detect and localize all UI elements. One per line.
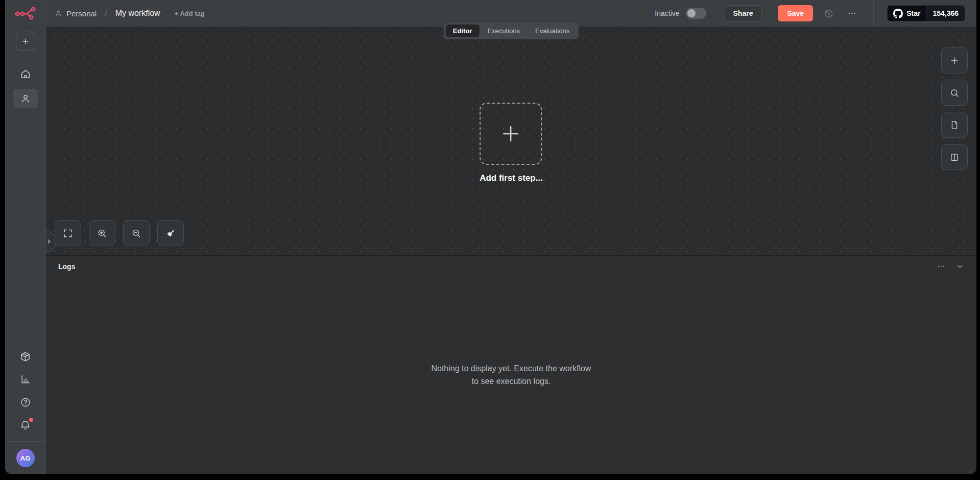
main-area: Personal / My workflow + Add tag Inactiv… — [46, 0, 976, 474]
sticky-note-icon — [949, 120, 960, 130]
help-icon — [20, 397, 31, 408]
sidebar-item-templates[interactable] — [16, 349, 35, 364]
zoom-out-button[interactable] — [123, 220, 150, 246]
zoom-in-icon — [97, 228, 107, 238]
header-divider — [873, 0, 874, 27]
n8n-logo[interactable] — [5, 0, 45, 27]
bar-chart-icon — [20, 374, 31, 385]
sidebar-divider — [5, 441, 45, 442]
ellipsis-icon — [847, 9, 856, 18]
zoom-out-icon — [131, 228, 141, 238]
sticky-note-button[interactable] — [941, 112, 968, 138]
more-options-button[interactable] — [845, 6, 859, 20]
breadcrumb: Personal / My workflow + Add tag — [54, 9, 205, 18]
add-tag-button[interactable]: + Add tag — [175, 10, 205, 17]
github-star-widget[interactable]: Star 154,366 — [887, 5, 965, 21]
add-first-step: Add first step... — [480, 103, 543, 183]
github-icon — [893, 9, 903, 18]
sidebar-item-home[interactable] — [13, 64, 38, 84]
home-icon — [20, 68, 31, 80]
logs-empty-message: Nothing to display yet. Execute the work… — [429, 363, 593, 388]
save-button[interactable]: Save — [778, 5, 813, 21]
plus-icon — [499, 123, 522, 145]
user-icon — [54, 9, 62, 17]
add-first-step-label: Add first step... — [480, 173, 543, 183]
split-panel-button[interactable] — [941, 144, 968, 170]
create-new-button[interactable] — [16, 32, 35, 51]
n8n-logo-icon — [15, 6, 36, 20]
view-tabs: Editor Executions Evaluations — [444, 22, 579, 39]
history-icon — [824, 9, 833, 18]
canvas-side-tools — [941, 47, 968, 170]
sidebar-item-help[interactable] — [16, 395, 35, 410]
sidebar-item-notifications[interactable] — [16, 418, 35, 433]
logs-title: Logs — [58, 262, 75, 271]
tab-evaluations[interactable]: Evaluations — [528, 25, 577, 37]
ellipsis-icon[interactable] — [937, 262, 945, 271]
header-actions: Inactive Share Save — [655, 0, 965, 27]
plus-icon — [21, 37, 30, 46]
sidebar-item-insights[interactable] — [16, 372, 35, 387]
search-button[interactable] — [941, 80, 968, 106]
workflow-name[interactable]: My workflow — [115, 9, 160, 18]
split-panel-icon — [949, 152, 960, 162]
search-icon — [949, 88, 960, 98]
user-icon — [20, 93, 31, 104]
github-star-button[interactable]: Star — [888, 6, 926, 21]
zoom-in-button[interactable] — [89, 220, 115, 246]
tab-executions[interactable]: Executions — [480, 25, 527, 37]
fit-view-icon — [63, 228, 73, 238]
chevron-down-icon[interactable] — [955, 262, 964, 271]
breadcrumb-separator: / — [105, 9, 107, 18]
add-first-step-button[interactable] — [480, 103, 542, 165]
logs-header[interactable]: Logs — [46, 256, 976, 277]
history-button[interactable] — [821, 6, 835, 20]
toggle-knob — [687, 9, 696, 17]
notification-dot — [29, 418, 33, 422]
fit-view-button[interactable] — [55, 220, 81, 246]
github-star-count[interactable]: 154,366 — [926, 6, 965, 21]
sidebar-bottom-nav — [16, 349, 35, 433]
tab-editor[interactable]: Editor — [446, 25, 480, 37]
share-button[interactable]: Share — [725, 5, 762, 21]
workflow-canvas[interactable]: Add first step... — [46, 27, 976, 255]
plus-icon — [949, 56, 960, 66]
workflow-status-label: Inactive — [655, 9, 679, 17]
sidebar-nav — [5, 64, 45, 108]
chevron-right-icon — [46, 237, 53, 246]
logs-body: Nothing to display yet. Execute the work… — [46, 277, 976, 474]
package-icon — [19, 351, 31, 363]
tidy-up-button[interactable] — [157, 220, 184, 246]
avatar[interactable]: AG — [16, 449, 35, 467]
breadcrumb-project[interactable]: Personal — [66, 9, 97, 18]
sidebar: AG — [5, 0, 46, 474]
logs-panel: Logs Nothing to display yet. Execute the… — [46, 255, 976, 474]
sidebar-item-personal[interactable] — [13, 89, 38, 108]
activate-toggle[interactable] — [686, 8, 706, 19]
github-star-label: Star — [906, 9, 920, 17]
app-window: AG Personal / My workflow + Add tag Inac… — [5, 0, 976, 474]
logs-actions — [937, 262, 964, 271]
canvas-controls — [55, 220, 184, 246]
add-node-button[interactable] — [941, 47, 968, 74]
tidy-up-icon — [165, 228, 176, 238]
